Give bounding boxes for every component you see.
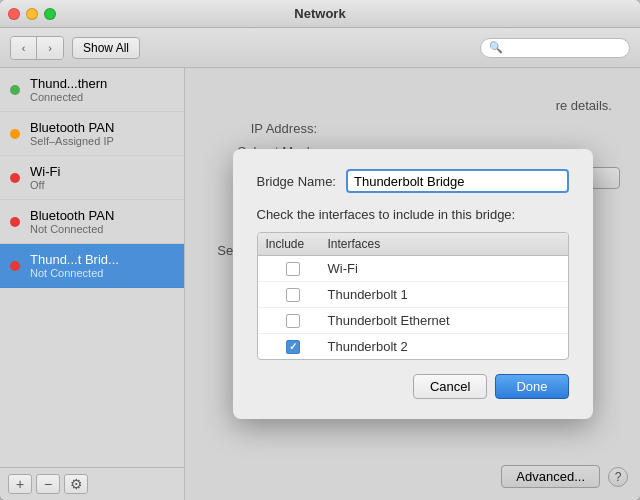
col-interfaces: Interfaces bbox=[328, 237, 568, 251]
sidebar-item-status: Connected bbox=[30, 91, 107, 103]
sidebar-item-status: Self–Assigned IP bbox=[30, 135, 114, 147]
title-bar: Network bbox=[0, 0, 640, 28]
back-button[interactable]: ‹ bbox=[11, 37, 37, 59]
interface-row-thunderbolt2[interactable]: Thunderbolt 2 bbox=[258, 334, 568, 359]
status-dot-green bbox=[10, 85, 20, 95]
interfaces-table: Include Interfaces Wi-Fi bbox=[257, 232, 569, 360]
detail-panel: re details. IP Address: Subnet Mask: Rou… bbox=[185, 68, 640, 500]
check-thunderbolt2[interactable] bbox=[258, 340, 328, 354]
interface-name-thunderbolt2: Thunderbolt 2 bbox=[328, 339, 568, 354]
cancel-button[interactable]: Cancel bbox=[413, 374, 487, 399]
nav-buttons: ‹ › bbox=[10, 36, 64, 60]
remove-interface-button[interactable]: − bbox=[36, 474, 60, 494]
interface-row-wifi[interactable]: Wi-Fi bbox=[258, 256, 568, 282]
interface-name-thunderbolt-ethernet: Thunderbolt Ethernet bbox=[328, 313, 568, 328]
toolbar: ‹ › Show All 🔍 bbox=[0, 28, 640, 68]
sidebar-item-name: Bluetooth PAN bbox=[30, 120, 114, 135]
bridge-dialog: Bridge Name: Check the interfaces to inc… bbox=[233, 149, 593, 419]
sidebar-item-name: Wi-Fi bbox=[30, 164, 60, 179]
interface-name-thunderbolt1: Thunderbolt 1 bbox=[328, 287, 568, 302]
bridge-description: Check the interfaces to include in this … bbox=[257, 207, 569, 222]
table-header: Include Interfaces bbox=[258, 233, 568, 256]
sidebar: Thund...thern Connected Bluetooth PAN Se… bbox=[0, 68, 185, 500]
status-dot-red bbox=[10, 173, 20, 183]
check-wifi[interactable] bbox=[258, 262, 328, 276]
settings-interface-button[interactable]: ⚙ bbox=[64, 474, 88, 494]
checkbox-thunderbolt-ethernet[interactable] bbox=[286, 314, 300, 328]
sidebar-item-wifi[interactable]: Wi-Fi Off bbox=[0, 156, 184, 200]
interface-name-wifi: Wi-Fi bbox=[328, 261, 568, 276]
forward-button[interactable]: › bbox=[37, 37, 63, 59]
add-interface-button[interactable]: + bbox=[8, 474, 32, 494]
search-box[interactable]: 🔍 bbox=[480, 38, 630, 58]
sidebar-item-thunderbolt-ethernet[interactable]: Thund...thern Connected bbox=[0, 68, 184, 112]
modal-overlay: Bridge Name: Check the interfaces to inc… bbox=[185, 68, 640, 500]
done-button[interactable]: Done bbox=[495, 374, 568, 399]
search-icon: 🔍 bbox=[489, 41, 503, 54]
sidebar-item-bluetooth-pan[interactable]: Bluetooth PAN Self–Assigned IP bbox=[0, 112, 184, 156]
status-dot-red bbox=[10, 261, 20, 271]
sidebar-item-thunderbolt-bridge[interactable]: Thund...t Brid... Not Connected bbox=[0, 244, 184, 288]
bridge-name-row: Bridge Name: bbox=[257, 169, 569, 193]
status-dot-yellow bbox=[10, 129, 20, 139]
interface-row-thunderbolt-ethernet[interactable]: Thunderbolt Ethernet bbox=[258, 308, 568, 334]
check-thunderbolt-ethernet[interactable] bbox=[258, 314, 328, 328]
sidebar-item-name: Thund...t Brid... bbox=[30, 252, 119, 267]
sidebar-item-name: Thund...thern bbox=[30, 76, 107, 91]
col-include: Include bbox=[258, 237, 328, 251]
checkbox-thunderbolt2[interactable] bbox=[286, 340, 300, 354]
sidebar-item-status: Not Connected bbox=[30, 267, 119, 279]
maximize-button[interactable] bbox=[44, 8, 56, 20]
bridge-name-label: Bridge Name: bbox=[257, 174, 336, 189]
minimize-button[interactable] bbox=[26, 8, 38, 20]
show-all-button[interactable]: Show All bbox=[72, 37, 140, 59]
bridge-name-input[interactable] bbox=[346, 169, 569, 193]
checkbox-thunderbolt1[interactable] bbox=[286, 288, 300, 302]
sidebar-item-status: Not Connected bbox=[30, 223, 114, 235]
traffic-lights bbox=[8, 8, 56, 20]
sidebar-item-name: Bluetooth PAN bbox=[30, 208, 114, 223]
network-window: Network ‹ › Show All 🔍 Thund...thern Con… bbox=[0, 0, 640, 500]
sidebar-item-status: Off bbox=[30, 179, 60, 191]
check-thunderbolt1[interactable] bbox=[258, 288, 328, 302]
sidebar-item-bluetooth-pan2[interactable]: Bluetooth PAN Not Connected bbox=[0, 200, 184, 244]
main-content: Thund...thern Connected Bluetooth PAN Se… bbox=[0, 68, 640, 500]
modal-buttons: Cancel Done bbox=[257, 374, 569, 399]
status-dot-red bbox=[10, 217, 20, 227]
checkbox-wifi[interactable] bbox=[286, 262, 300, 276]
interface-row-thunderbolt1[interactable]: Thunderbolt 1 bbox=[258, 282, 568, 308]
sidebar-bottom-toolbar: + − ⚙ bbox=[0, 467, 184, 500]
window-title: Network bbox=[294, 6, 345, 21]
close-button[interactable] bbox=[8, 8, 20, 20]
